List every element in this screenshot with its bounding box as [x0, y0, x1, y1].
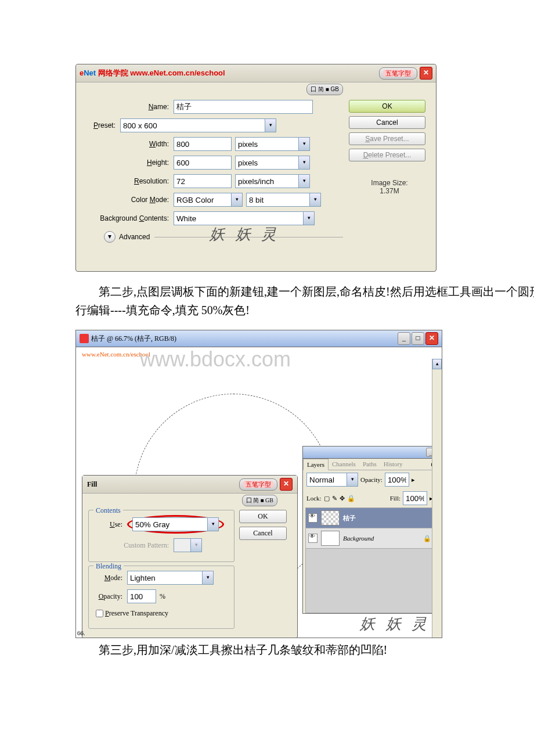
cancel-button[interactable]: Cancel: [239, 527, 287, 540]
width-input[interactable]: [174, 137, 232, 151]
blend-mode-select[interactable]: [127, 571, 203, 585]
height-input[interactable]: [174, 156, 232, 170]
scroll-up-button[interactable]: ▴: [432, 359, 442, 369]
chevron-down-icon[interactable]: ▾: [203, 571, 214, 585]
maximize-button[interactable]: □: [412, 332, 424, 345]
delete-preset-button[interactable]: Delete Preset...: [349, 149, 425, 161]
step-3-text: 第三步,用加深/减淡工具擦出桔子几条皱纹和蒂部的凹陷!: [75, 640, 534, 659]
lock-label: Lock:: [306, 495, 322, 502]
chevron-down-icon[interactable]: ▾: [299, 137, 310, 151]
opacity-unit: %: [160, 592, 165, 601]
photoshop-doc-icon: [80, 334, 89, 343]
height-label: Height:: [82, 159, 174, 167]
canvas-area[interactable]: www.eNet.com.cn/eschool www.bdocx.com Fi…: [76, 347, 442, 638]
use-label: Use:: [93, 520, 127, 529]
chevron-down-icon[interactable]: ▾: [208, 517, 219, 531]
tab-history[interactable]: History: [380, 459, 406, 470]
ime-sub-indicator[interactable]: 囗 简 ■ GB: [242, 495, 277, 506]
fill-label: Fill:: [390, 495, 400, 502]
lock-icon: 🔒: [423, 535, 431, 542]
document-titlebar: 桔子 @ 66.7% (桔子, RGB/8) _ □ ✕: [76, 330, 442, 347]
visibility-eye-icon[interactable]: [308, 513, 317, 523]
layer-thumbnail[interactable]: [321, 510, 340, 525]
visibility-eye-icon[interactable]: [308, 534, 317, 543]
preset-select[interactable]: [120, 118, 265, 132]
opacity-label: Opacity:: [360, 476, 383, 483]
name-label: Name:: [82, 103, 174, 111]
color-mode-label: Color Mode:: [82, 196, 174, 204]
width-unit-select[interactable]: [235, 137, 299, 151]
name-input[interactable]: [174, 100, 313, 114]
save-preset-button[interactable]: Save Preset...: [349, 132, 425, 145]
close-button[interactable]: ✕: [425, 332, 438, 345]
step-2-text: 第二步,点图层调板下面的新建钮,建一个新图层,命名桔皮!然后用选框工具画出一个圆…: [75, 282, 534, 319]
close-button[interactable]: ✕: [420, 67, 432, 80]
bit-depth-select[interactable]: [246, 193, 310, 207]
highlight-circle: ▾: [127, 515, 224, 534]
preserve-transparency-checkbox[interactable]: [96, 610, 103, 617]
tab-channels[interactable]: Channels: [329, 459, 359, 470]
dialog-titlebar: eNet 网络学院 www.eNet.com.cn/eschool 五笔字型 ✕: [76, 64, 436, 82]
layer-name: 桔子: [343, 514, 356, 523]
layer-list-empty: [306, 549, 434, 613]
image-size-value: 1.37M: [349, 187, 430, 195]
preset-label: Preset:: [82, 121, 120, 129]
chevron-down-icon: ▾: [191, 538, 202, 552]
minimize-button[interactable]: _: [398, 332, 410, 345]
chevron-down-icon[interactable]: ▾: [232, 193, 243, 207]
layer-row[interactable]: 桔子: [306, 508, 434, 528]
vertical-scrollbar[interactable]: ▴: [432, 359, 442, 638]
background-select[interactable]: [174, 211, 304, 225]
blend-mode-select[interactable]: [306, 473, 347, 487]
layer-list: 桔子 Background 🔒: [305, 507, 434, 613]
chevron-down-icon[interactable]: ▾: [299, 174, 310, 188]
ime-indicator[interactable]: 五笔字型: [239, 478, 277, 491]
chevron-down-icon[interactable]: ▾: [310, 193, 321, 207]
ime-sub-indicator[interactable]: 囗 简 ■ GB: [306, 84, 343, 95]
advanced-label: Advanced: [119, 233, 150, 241]
cancel-button[interactable]: Cancel: [349, 116, 425, 129]
advanced-toggle[interactable]: ▾: [104, 231, 116, 243]
zoom-status: 66.: [77, 629, 85, 636]
lock-position-icon[interactable]: ✥: [340, 495, 345, 502]
lock-pixels-icon[interactable]: ✎: [332, 495, 337, 502]
document-title: 桔子 @ 66.7% (桔子, RGB/8): [91, 334, 176, 344]
layer-thumbnail[interactable]: [321, 531, 340, 546]
contents-fieldset-label: Contents: [93, 506, 123, 515]
resolution-label: Resolution:: [82, 177, 174, 185]
ok-button[interactable]: OK: [349, 100, 425, 113]
use-select[interactable]: [132, 517, 208, 531]
chevron-down-icon[interactable]: ▾: [299, 156, 310, 170]
ime-indicator[interactable]: 五笔字型: [379, 67, 417, 80]
document-window: 桔子 @ 66.7% (桔子, RGB/8) _ □ ✕ www.eNet.co…: [75, 330, 442, 638]
enet-logo: eNet 网络学院: [80, 69, 128, 77]
lock-transparency-icon[interactable]: ▢: [324, 495, 330, 502]
chevron-down-icon[interactable]: ▾: [265, 118, 276, 132]
opacity-flyout-icon[interactable]: ▸: [412, 476, 415, 484]
layer-name: Background: [343, 535, 374, 542]
mode-label: Mode:: [93, 574, 127, 582]
close-button[interactable]: ✕: [280, 478, 293, 491]
layer-fill-input[interactable]: [403, 491, 427, 505]
ok-button[interactable]: OK: [239, 510, 287, 523]
pattern-swatch: [174, 538, 191, 552]
height-unit-select[interactable]: [235, 156, 299, 170]
color-mode-select[interactable]: [174, 193, 232, 207]
fill-dialog-title: Fill: [87, 480, 97, 489]
opacity-input[interactable]: [127, 589, 156, 603]
width-label: Width:: [82, 140, 174, 148]
layers-panel: _ Layers Channels Paths History ▸ ▾ Opac…: [302, 446, 437, 614]
resolution-unit-select[interactable]: [235, 174, 299, 188]
lock-all-icon[interactable]: 🔒: [347, 495, 355, 502]
chevron-down-icon[interactable]: ▾: [304, 211, 315, 225]
resolution-input[interactable]: [174, 174, 232, 188]
signature-watermark: 妖 妖 灵: [210, 224, 471, 244]
layer-opacity-input[interactable]: [385, 473, 409, 487]
tab-layers[interactable]: Layers: [303, 459, 329, 470]
new-document-dialog: eNet 网络学院 www.eNet.com.cn/eschool 五笔字型 ✕…: [75, 64, 436, 272]
preserve-transparency-label: Preserve Transparency: [105, 609, 168, 618]
tab-paths[interactable]: Paths: [359, 459, 380, 470]
chevron-down-icon[interactable]: ▾: [347, 473, 358, 487]
background-label: Background Contents:: [82, 214, 174, 222]
layer-row[interactable]: Background 🔒: [306, 528, 434, 549]
